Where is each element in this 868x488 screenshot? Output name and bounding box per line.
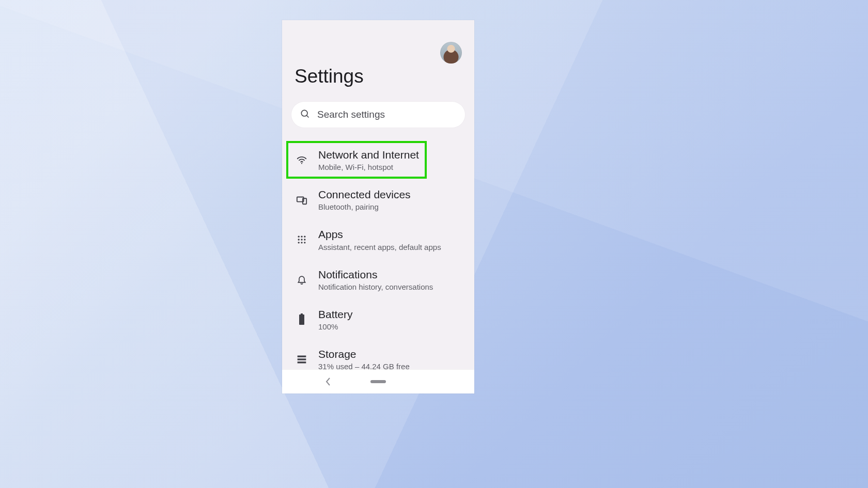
svg-rect-18 — [298, 361, 306, 363]
item-subtitle: Mobile, Wi-Fi, hotspot — [318, 163, 419, 171]
item-subtitle: Assistant, recent apps, default apps — [318, 243, 441, 251]
android-nav-bar — [282, 369, 474, 393]
settings-header: Settings — [282, 20, 474, 87]
item-label: Storage — [318, 348, 410, 360]
apps-grid-icon — [295, 234, 309, 245]
settings-list: Network and Internet Mobile, Wi-Fi, hots… — [282, 140, 474, 393]
item-label: Battery — [318, 308, 353, 321]
item-network-and-internet[interactable]: Network and Internet Mobile, Wi-Fi, hots… — [282, 140, 474, 180]
search-placeholder: Search settings — [317, 109, 385, 120]
svg-point-13 — [304, 242, 305, 243]
item-subtitle: Bluetooth, pairing — [318, 202, 411, 211]
svg-point-12 — [301, 242, 302, 243]
storage-icon — [295, 355, 309, 364]
bell-icon — [295, 274, 309, 285]
battery-icon — [295, 313, 309, 325]
item-subtitle: Notification history, conversations — [318, 282, 433, 291]
item-label: Network and Internet — [318, 148, 419, 161]
phone-screen: Settings Search settings Network and Int… — [282, 20, 474, 393]
item-subtitle: 100% — [318, 322, 353, 331]
back-button[interactable] — [324, 377, 332, 388]
item-label: Apps — [318, 228, 441, 241]
item-connected-devices[interactable]: Connected devices Bluetooth, pairing — [282, 180, 474, 219]
svg-point-9 — [301, 239, 302, 240]
item-label: Notifications — [318, 268, 433, 281]
page-title: Settings — [295, 66, 462, 87]
svg-point-10 — [304, 239, 305, 240]
item-notifications[interactable]: Notifications Notification history, conv… — [282, 260, 474, 300]
profile-avatar[interactable] — [440, 42, 462, 64]
svg-line-1 — [307, 116, 309, 118]
svg-point-0 — [301, 110, 307, 116]
svg-rect-15 — [299, 314, 304, 325]
svg-point-11 — [298, 242, 300, 243]
svg-point-7 — [304, 235, 305, 237]
devices-icon — [295, 194, 309, 206]
svg-point-8 — [298, 239, 300, 240]
wifi-icon — [295, 154, 309, 166]
svg-point-5 — [298, 235, 300, 237]
search-settings[interactable]: Search settings — [291, 102, 465, 128]
item-label: Connected devices — [318, 188, 411, 201]
search-icon — [300, 108, 310, 121]
svg-rect-14 — [301, 313, 303, 314]
item-apps[interactable]: Apps Assistant, recent apps, default app… — [282, 219, 474, 259]
svg-point-6 — [301, 235, 302, 237]
home-gesture-pill[interactable] — [370, 380, 386, 383]
svg-rect-17 — [298, 358, 306, 360]
svg-point-2 — [301, 163, 302, 164]
svg-rect-16 — [298, 355, 306, 357]
item-battery[interactable]: Battery 100% — [282, 300, 474, 339]
